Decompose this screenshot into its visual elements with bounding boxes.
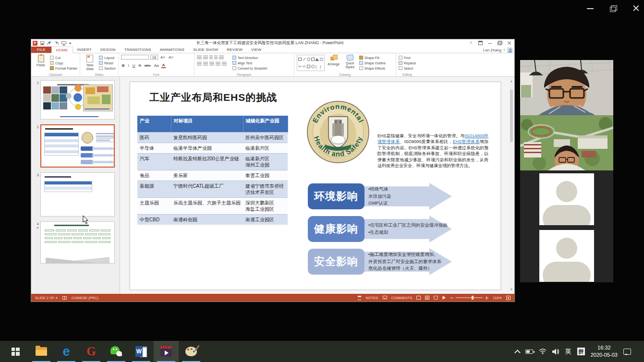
columns-icon[interactable] xyxy=(222,62,227,66)
zoom-out-icon[interactable] xyxy=(450,298,453,298)
ime-pinyin-indicator[interactable]: 拼 xyxy=(577,348,585,355)
ribbon-display-icon[interactable] xyxy=(478,40,483,46)
clock[interactable]: 16:32 2020-05-03 xyxy=(591,344,618,359)
redo-icon[interactable] xyxy=(54,41,59,46)
font-size-box[interactable]: 18 xyxy=(150,55,158,60)
comments-toggle[interactable]: COMMENTS xyxy=(391,296,413,300)
wifi-icon[interactable] xyxy=(539,349,547,354)
underline-button[interactable]: U xyxy=(132,63,136,68)
reading-view-icon[interactable] xyxy=(434,296,438,300)
select-button[interactable]: Select xyxy=(399,66,416,70)
bold-button[interactable]: B xyxy=(121,63,126,68)
taskbar-g-app[interactable]: G xyxy=(79,341,104,362)
shape-effects-button[interactable]: Shape Effects xyxy=(359,66,386,70)
restore-icon[interactable] xyxy=(608,4,618,12)
normal-view-icon[interactable] xyxy=(416,296,421,300)
font-name-box[interactable] xyxy=(121,55,149,60)
close-icon[interactable] xyxy=(632,4,641,12)
impact-label[interactable]: 健康影响 xyxy=(308,216,365,242)
ribbon-tab-slide-show[interactable]: SLIDE SHOW xyxy=(189,47,222,53)
language-indicator[interactable]: CHINESE (PRC) xyxy=(72,296,98,300)
ribbon-tab-view[interactable]: VIEW xyxy=(247,47,266,53)
clear-format-icon[interactable]: abc xyxy=(144,63,152,68)
help-icon[interactable]: ? xyxy=(468,40,474,46)
align-center-icon[interactable] xyxy=(203,62,208,66)
ribbon-tab-design[interactable]: DESIGN xyxy=(96,47,120,53)
start-button[interactable] xyxy=(4,341,27,362)
slide-thumbnail-3[interactable]: 3 xyxy=(34,172,115,217)
participant-placeholder-1[interactable] xyxy=(539,173,594,225)
zoom-level[interactable]: 116% xyxy=(493,296,502,300)
taskbar-edge[interactable]: e xyxy=(54,341,79,362)
align-left-icon[interactable] xyxy=(197,62,202,66)
minimize-icon[interactable] xyxy=(585,4,595,12)
zoom-in-icon[interactable] xyxy=(485,296,488,300)
slide-thumbnail-4[interactable]: 4 ✦ xyxy=(34,221,115,264)
ribbon-tab-home[interactable]: HOME xyxy=(51,47,73,53)
find-button[interactable]: Find xyxy=(399,56,416,60)
zoom-slider[interactable] xyxy=(456,297,483,298)
ribbon-tab-animations[interactable]: ANIMATIONS xyxy=(156,47,189,53)
italic-button[interactable]: I xyxy=(127,63,130,68)
slide-canvas[interactable]: 工业产业布局和EHS的挑战 产业对标项目城镇化新产业园 医药复星凯特医药园苏州吴… xyxy=(130,82,501,290)
volume-icon[interactable] xyxy=(552,349,559,355)
slide-thumbnail-1[interactable]: 1 xyxy=(34,80,115,120)
ribbon-tab-review[interactable]: REVIEW xyxy=(222,47,247,53)
cut-button[interactable]: Cut xyxy=(50,56,77,60)
ppt-close-icon[interactable] xyxy=(507,40,512,46)
slideshow-view-icon[interactable] xyxy=(442,296,446,300)
taskbar-word[interactable]: W xyxy=(129,341,154,362)
line-spacing-icon[interactable] xyxy=(219,56,224,60)
qat-dropdown-icon[interactable] xyxy=(69,41,72,46)
reset-button[interactable]: Reset xyxy=(99,61,115,65)
zoom-slider-knob[interactable] xyxy=(472,296,474,300)
numbering-icon[interactable] xyxy=(203,56,208,60)
shape-outline-button[interactable]: Shape Outline xyxy=(359,61,386,65)
ribbon-tab-transitions[interactable]: TRANSITIONS xyxy=(120,47,156,53)
spellcheck-icon[interactable] xyxy=(62,296,67,300)
save-icon[interactable] xyxy=(40,41,45,46)
replace-button[interactable]: Replace xyxy=(399,61,416,65)
text-direction-button[interactable]: Text Direction xyxy=(232,56,267,60)
taskbar-video-app[interactable] xyxy=(154,341,179,362)
participant-placeholder-2[interactable] xyxy=(539,230,594,282)
shrink-font-icon[interactable]: A˅ xyxy=(168,55,174,60)
strikethrough-button[interactable]: S xyxy=(137,63,142,68)
copy-button[interactable]: Copy xyxy=(50,61,77,65)
action-center-icon[interactable] xyxy=(623,349,631,355)
ime-language-indicator[interactable]: 英 xyxy=(565,347,571,356)
indent-decrease-icon[interactable] xyxy=(209,56,213,60)
ribbon-tab-insert[interactable]: INSERT xyxy=(73,47,96,53)
vertical-scrollbar[interactable]: ▲ ▼ xyxy=(510,79,513,292)
quick-styles-button[interactable]: Quick Styles xyxy=(343,55,357,72)
webcam-feed-1[interactable] xyxy=(520,60,613,115)
align-text-button[interactable]: Align Text xyxy=(232,61,267,65)
case-button[interactable]: Aa xyxy=(153,63,160,68)
shape-gallery[interactable]: ⇦ ⇨ { } xyxy=(297,55,325,71)
indent-increase-icon[interactable] xyxy=(214,56,218,60)
section-button[interactable]: Section xyxy=(99,66,115,70)
tray-expand-icon[interactable] xyxy=(514,350,521,356)
justify-icon[interactable] xyxy=(216,62,220,66)
ppt-minimize-icon[interactable] xyxy=(487,40,493,46)
scroll-down-icon[interactable]: ▼ xyxy=(510,288,513,291)
arrange-button[interactable]: Arrange xyxy=(327,55,341,72)
battery-icon[interactable] xyxy=(525,350,533,354)
notes-toggle[interactable]: NOTES xyxy=(366,296,378,300)
align-right-icon[interactable] xyxy=(209,62,214,66)
ppt-restore-icon[interactable] xyxy=(497,40,502,46)
impact-label[interactable]: 安全影响 xyxy=(308,249,365,275)
smartart-button[interactable]: Convert to SmartArt xyxy=(232,66,267,70)
taskbar-wechat[interactable] xyxy=(104,341,129,362)
webcam-feed-2[interactable] xyxy=(520,115,613,170)
grow-font-icon[interactable]: A˄ xyxy=(159,55,166,60)
slide-sorter-view-icon[interactable] xyxy=(425,296,429,300)
taskbar-file-explorer[interactable] xyxy=(29,341,54,362)
slide-thumbnail-2[interactable]: 2 xyxy=(34,124,115,168)
scroll-up-icon[interactable]: ▲ xyxy=(510,80,513,83)
start-slideshow-icon[interactable] xyxy=(61,41,66,46)
account-chip[interactable]: Lan Zhang xyxy=(483,47,512,53)
font-color-button[interactable]: A xyxy=(161,63,166,68)
new-slide-button[interactable]: New Slide xyxy=(83,55,97,72)
fit-to-window-icon[interactable] xyxy=(506,296,510,300)
